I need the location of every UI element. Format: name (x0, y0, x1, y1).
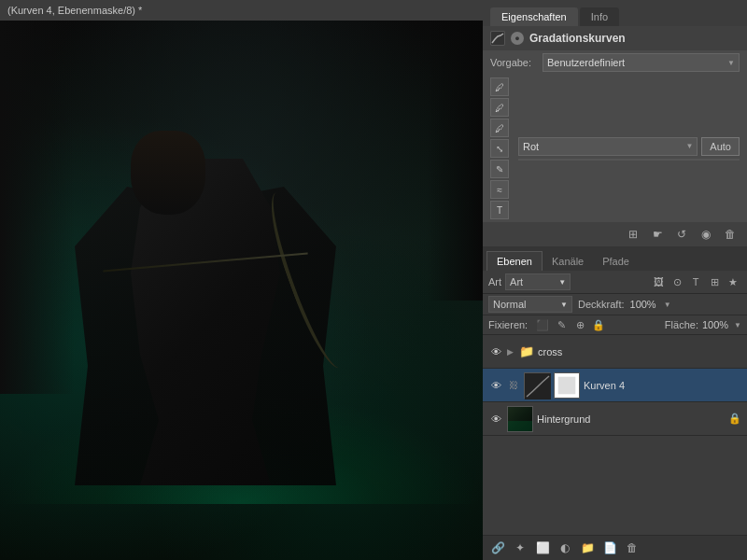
canvas-area: (Kurven 4, Ebenenmaske/8) * (0, 0, 483, 560)
smooth-tool[interactable]: ≈ (490, 180, 509, 199)
curves-trash-icon[interactable]: 🗑 (721, 225, 740, 244)
gradationskurven-title: Gradationskurven (529, 32, 626, 45)
character-figure (75, 131, 336, 485)
auto-button[interactable]: Auto (701, 137, 740, 156)
filter-label: Art (488, 276, 501, 287)
canvas-title-bar: (Kurven 4, Ebenenmaske/8) * (0, 0, 483, 21)
filter-dropdown[interactable]: Art ▼ (505, 273, 571, 290)
grid-h2 (519, 160, 739, 161)
channel-dropdown-arrow: ▼ (685, 142, 693, 150)
add-style-btn[interactable]: ✦ (511, 539, 529, 557)
fill-value[interactable]: 100% (702, 319, 728, 330)
curve-point-tool[interactable]: ⤡ (490, 139, 509, 158)
layers-img-icon[interactable]: 🖼 (650, 273, 667, 290)
grid-h1 (519, 160, 739, 161)
fill-label: Fläche: (665, 319, 698, 330)
layer-row-hintergrund[interactable]: 👁 Hintergrund 🔒 (483, 402, 747, 436)
layers-bottom-toolbar: 🔗 ✦ ⬜ ◐ 📁 📄 🗑 (483, 535, 747, 560)
filter-dropdown-arrow: ▼ (558, 278, 566, 287)
ruins-left (0, 21, 75, 394)
layer-row-kurven4[interactable]: 👁 ⛓ Kurven 4 (483, 369, 747, 402)
text-tool[interactable]: T (490, 201, 509, 219)
ruins-right (427, 21, 483, 301)
layers-panel: Ebenen Kanäle Pfade Art Art ▼ 🖼 ⊙ (483, 246, 747, 560)
channel-row: 🖊 🖊 🖊 ⤡ ✎ ≈ T Rot ▼ Auto (483, 75, 747, 222)
curves-eye-icon[interactable]: ◉ (697, 225, 715, 244)
panel-tabs: Eigenschaften Info (483, 0, 747, 26)
layer-name-cross: cross (538, 346, 741, 357)
right-panel: Eigenschaften Info ● Gradationskurven (483, 0, 747, 560)
curves-finger-icon[interactable]: ☛ (648, 225, 667, 244)
blend-row: Normal ▼ Deckkraft: 100% ▼ (483, 294, 747, 315)
opacity-label: Deckkraft: (578, 299, 625, 310)
layers-icon-group: 🖼 ⊙ T ⊞ ★ (650, 273, 741, 290)
vorgabe-row: Vorgabe: Benutzerdefiniert ▼ (483, 50, 747, 75)
eyedropper-black-tool[interactable]: 🖊 (490, 77, 509, 96)
lock-position-icon[interactable]: ✎ (554, 317, 569, 332)
expand-cross[interactable]: ▶ (507, 347, 514, 357)
blend-dropdown-arrow: ▼ (560, 301, 568, 309)
chain-icon-kurven4[interactable]: ⛓ (507, 379, 520, 392)
hintergrund-glow (508, 421, 532, 430)
lock-pixels-icon[interactable]: ⬛ (535, 317, 550, 332)
layers-target-icon[interactable]: ⊙ (669, 273, 685, 290)
curves-grid-icon[interactable]: ⊞ (624, 225, 642, 244)
layer-name-kurven4: Kurven 4 (584, 380, 741, 391)
vorgabe-dropdown-arrow: ▼ (727, 59, 735, 67)
opacity-arrow: ▼ (664, 301, 671, 309)
add-mask-btn[interactable]: ⬜ (533, 539, 552, 557)
add-adjustment-btn[interactable]: ◐ (556, 539, 574, 557)
tab-info[interactable]: Info (580, 7, 619, 26)
lock-all-icon[interactable]: 🔒 (591, 317, 606, 332)
hintergrund-thumb (507, 406, 533, 432)
gradationskurven-header: ● Gradationskurven (483, 26, 747, 50)
folder-icon-cross: 📁 (519, 344, 534, 358)
main-container: (Kurven 4, Ebenenmaske/8) * Eigenschafte… (0, 0, 747, 560)
channel-dropdown[interactable]: Rot ▼ (518, 137, 698, 156)
layers-text-icon[interactable]: T (687, 273, 704, 290)
vorgabe-label: Vorgabe: (490, 57, 537, 68)
eye-icon-kurven4[interactable]: 👁 (488, 378, 503, 393)
curves-graph[interactable]: 1) 2) (518, 159, 740, 161)
add-group-btn[interactable]: 📁 (578, 539, 597, 557)
figure-head (131, 131, 205, 215)
layers-transform-icon[interactable]: ⊞ (706, 273, 723, 290)
delete-layer-btn[interactable]: 🗑 (623, 539, 641, 557)
grid-h3 (519, 160, 739, 161)
eyedropper-white-tool[interactable]: 🖊 (490, 119, 509, 137)
layers-tabs: Ebenen Kanäle Pfade (483, 246, 747, 271)
vorgabe-dropdown[interactable]: Benutzerdefiniert ▼ (543, 53, 740, 72)
layer-name-hintergrund: Hintergrund (537, 413, 725, 425)
tab-kanaele[interactable]: Kanäle (543, 252, 593, 271)
tab-pfade[interactable]: Pfade (593, 252, 639, 271)
eyedropper-gray-tool[interactable]: 🖊 (490, 98, 509, 117)
kurven4-mask-thumb (554, 372, 580, 399)
svg-rect-9 (558, 376, 576, 394)
curves-icon2: ● (511, 32, 524, 45)
hintergrund-lock-icon: 🔒 (728, 413, 741, 425)
lock-row: Fixieren: ⬛ ✎ ⊕ 🔒 Fläche: 100% ▼ (483, 315, 747, 335)
curves-bottom-toolbar: ⊞ ☛ ↺ ◉ 🗑 (483, 222, 747, 246)
lock-artboard-icon[interactable]: ⊕ (572, 317, 587, 332)
layer-row-cross[interactable]: 👁 ▶ 📁 cross (483, 335, 747, 369)
curves-refresh-icon[interactable]: ↺ (672, 225, 691, 244)
eye-icon-cross[interactable]: 👁 (488, 344, 503, 359)
tab-ebenen[interactable]: Ebenen (486, 251, 543, 271)
kurven4-thumb (524, 372, 550, 399)
tab-eigenschaften[interactable]: Eigenschaften (490, 7, 578, 26)
opacity-value[interactable]: 100% (630, 299, 656, 310)
add-layer-btn[interactable]: 📄 (600, 539, 619, 557)
fill-arrow: ▼ (734, 321, 741, 329)
blend-mode-dropdown[interactable]: Normal ▼ (488, 296, 572, 313)
fixieren-label: Fixieren: (488, 319, 528, 330)
eye-icon-hintergrund[interactable]: 👁 (488, 412, 503, 427)
properties-panel: ● Gradationskurven Vorgabe: Benutzerdefi… (483, 26, 747, 246)
pencil-tool[interactable]: ✎ (490, 160, 509, 178)
canvas-image (0, 21, 483, 560)
layers-toolbar: Art Art ▼ 🖼 ⊙ T ⊞ ★ (483, 271, 747, 294)
curves-icon (490, 31, 505, 46)
canvas-title: (Kurven 4, Ebenenmaske/8) * (7, 5, 142, 16)
link-layers-btn[interactable]: 🔗 (488, 539, 507, 557)
layers-smart-icon[interactable]: ★ (725, 273, 741, 290)
